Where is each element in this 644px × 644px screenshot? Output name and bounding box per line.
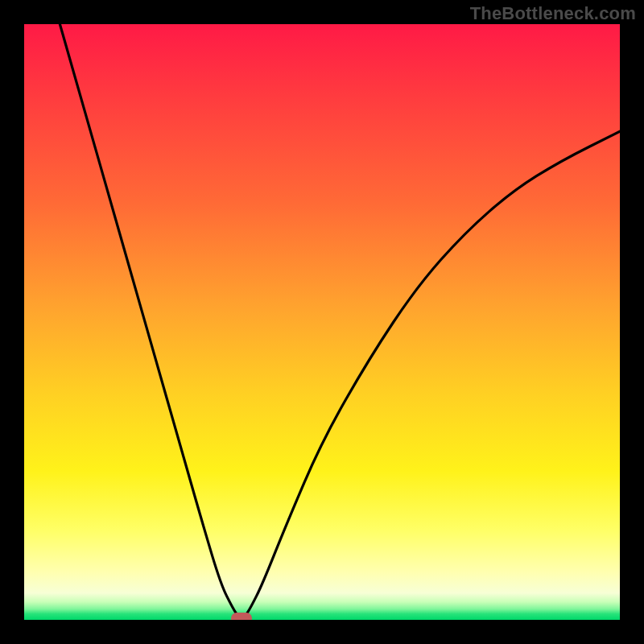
plot-area	[24, 24, 620, 620]
watermark-text: TheBottleneck.com	[470, 3, 636, 24]
chart-frame: TheBottleneck.com	[0, 0, 644, 644]
minimum-marker	[231, 613, 252, 620]
bottleneck-curve	[24, 24, 620, 620]
